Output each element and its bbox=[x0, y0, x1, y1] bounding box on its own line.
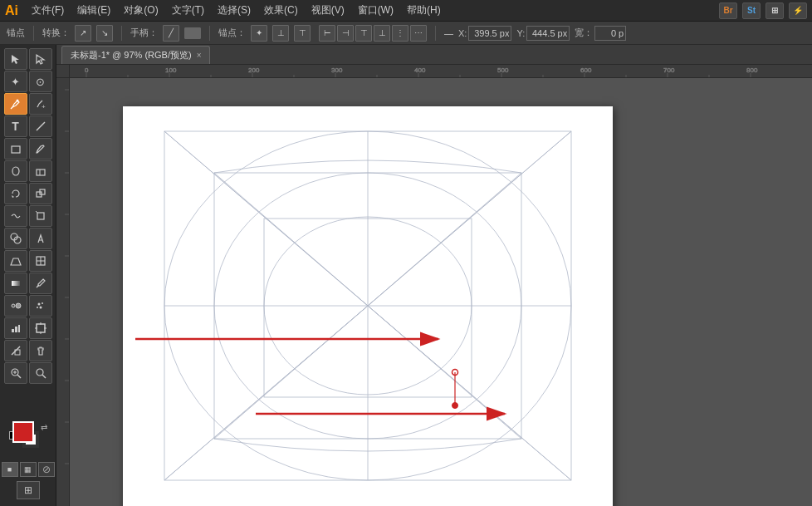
scale-tool[interactable] bbox=[29, 183, 52, 204]
width-input[interactable] bbox=[594, 26, 626, 41]
convert-btn-2[interactable]: ↘ bbox=[96, 25, 113, 42]
search-icon[interactable]: ⚡ bbox=[789, 2, 807, 19]
zoom-tool[interactable] bbox=[4, 362, 27, 384]
svg-point-6 bbox=[12, 167, 19, 175]
handle-btn-1[interactable]: ╱ bbox=[163, 25, 179, 42]
paintbrush-tool[interactable] bbox=[29, 138, 52, 160]
workspace-icon[interactable]: ⊞ bbox=[766, 2, 784, 19]
canvas-tab-1[interactable]: 未标题-1* @ 97% (RGB/预览) × bbox=[61, 46, 210, 64]
line-tool[interactable] bbox=[29, 115, 52, 137]
fill-color-swatch[interactable] bbox=[12, 421, 34, 443]
right-icons: Br St ⊞ ⚡ bbox=[719, 2, 807, 19]
tab-bar: 未标题-1* @ 97% (RGB/预览) × bbox=[56, 45, 812, 65]
svg-text:600: 600 bbox=[580, 66, 592, 74]
handle-square[interactable] bbox=[184, 27, 201, 39]
zoom-out-tool[interactable] bbox=[29, 362, 52, 384]
slice-tool[interactable] bbox=[4, 340, 27, 361]
artboard-tool[interactable] bbox=[29, 317, 52, 339]
eyedropper-tool[interactable] bbox=[29, 273, 52, 294]
menu-text[interactable]: 文字(T) bbox=[167, 2, 209, 19]
lasso-tool[interactable]: ⊙ bbox=[29, 71, 52, 92]
canvas-tab-close[interactable]: × bbox=[197, 51, 202, 60]
anchor-btn-2[interactable]: ⊥ bbox=[272, 25, 289, 42]
blob-brush-tool[interactable] bbox=[4, 160, 27, 182]
shape-builder-tool[interactable] bbox=[4, 228, 27, 249]
live-paint-tool[interactable] bbox=[29, 228, 52, 249]
separator-4 bbox=[435, 26, 436, 41]
align-btn-2[interactable]: ⊣ bbox=[337, 25, 354, 42]
menu-effect[interactable]: 效果(C) bbox=[259, 2, 303, 19]
svg-text:0: 0 bbox=[85, 66, 89, 74]
y-input[interactable] bbox=[526, 26, 570, 41]
blend-tool[interactable] bbox=[4, 295, 27, 317]
color-mode-solid[interactable]: ■ bbox=[2, 462, 18, 477]
menu-view[interactable]: 视图(V) bbox=[306, 2, 350, 19]
x-input[interactable] bbox=[468, 26, 511, 41]
svg-line-44 bbox=[42, 375, 46, 378]
add-anchor-tool[interactable]: + bbox=[29, 93, 52, 115]
artboard bbox=[123, 106, 613, 506]
freetransform-tool[interactable] bbox=[29, 205, 52, 227]
menu-edit[interactable]: 编辑(E) bbox=[72, 2, 115, 19]
select-tool[interactable] bbox=[4, 48, 27, 70]
column-graph-tool[interactable] bbox=[4, 317, 27, 339]
direct-select-tool[interactable] bbox=[29, 48, 52, 70]
bridge-icon[interactable]: Br bbox=[719, 2, 737, 19]
eraser-tool[interactable] bbox=[29, 160, 52, 182]
anchor2-label: 锚点： bbox=[218, 27, 246, 39]
svg-rect-30 bbox=[15, 327, 17, 332]
anchor-btn-1[interactable]: ✦ bbox=[251, 25, 267, 42]
svg-rect-12 bbox=[37, 213, 44, 219]
mesh-tool[interactable] bbox=[29, 250, 52, 272]
rect-tool[interactable] bbox=[4, 138, 27, 160]
screen-mode-btn[interactable]: ⊞ bbox=[17, 481, 40, 499]
convert-label: 转换： bbox=[42, 27, 70, 39]
svg-point-43 bbox=[37, 369, 43, 376]
menu-help[interactable]: 帮助(H) bbox=[402, 2, 446, 19]
perspective-tool[interactable] bbox=[4, 250, 27, 272]
swap-colors-icon[interactable]: ⇄ bbox=[41, 423, 47, 432]
canvas-scroll[interactable]: 0 100 200 300 400 500 600 bbox=[56, 65, 812, 506]
color-area: ⇄ ■ ▦ ⊘ ⊞ bbox=[2, 413, 55, 503]
align-btn-4[interactable]: ⊥ bbox=[374, 25, 390, 42]
align-btn-3[interactable]: ⊤ bbox=[355, 25, 372, 42]
stock-icon[interactable]: St bbox=[742, 2, 761, 19]
separator-1 bbox=[33, 26, 34, 41]
tool-row-6 bbox=[4, 160, 52, 182]
svg-text:400: 400 bbox=[414, 66, 426, 74]
pen-tool[interactable] bbox=[4, 93, 27, 115]
symbol-sprayer-tool[interactable] bbox=[29, 295, 52, 317]
ruler-horizontal: 0 100 200 300 400 500 600 bbox=[70, 65, 812, 78]
svg-rect-45 bbox=[70, 65, 812, 78]
svg-rect-29 bbox=[12, 329, 14, 332]
svg-text:300: 300 bbox=[331, 66, 343, 74]
type-tool[interactable]: T bbox=[4, 115, 27, 137]
magic-wand-tool[interactable]: ✦ bbox=[4, 71, 27, 92]
svg-line-40 bbox=[17, 375, 21, 378]
svg-text:200: 200 bbox=[248, 66, 260, 74]
app-logo: Ai bbox=[5, 3, 18, 18]
menu-object[interactable]: 对象(O) bbox=[119, 2, 163, 19]
svg-line-98 bbox=[368, 306, 571, 480]
align-btn-1[interactable]: ⊢ bbox=[319, 25, 335, 42]
svg-point-26 bbox=[42, 302, 43, 304]
gradient-tool[interactable] bbox=[4, 273, 27, 294]
align-btn-5[interactable]: ⋮ bbox=[392, 25, 408, 42]
menu-file[interactable]: 文件(F) bbox=[27, 2, 69, 19]
convert-btn-1[interactable]: ↗ bbox=[75, 25, 91, 42]
menu-select[interactable]: 选择(S) bbox=[213, 2, 256, 19]
color-mode-gradient[interactable]: ▦ bbox=[20, 462, 37, 477]
svg-point-23 bbox=[12, 304, 15, 307]
rotate-tool[interactable] bbox=[4, 183, 27, 204]
tool-row-13 bbox=[4, 317, 52, 339]
color-mode-none[interactable]: ⊘ bbox=[38, 462, 55, 477]
warp-tool[interactable] bbox=[4, 205, 27, 227]
hand-tool[interactable] bbox=[29, 340, 52, 361]
svg-point-27 bbox=[39, 307, 42, 309]
menu-window[interactable]: 窗口(W) bbox=[353, 2, 399, 19]
tool-row-9 bbox=[4, 228, 52, 249]
anchor-btn-3[interactable]: ⊤ bbox=[294, 25, 311, 42]
align-btn-6[interactable]: ⋯ bbox=[410, 25, 427, 42]
svg-rect-7 bbox=[37, 169, 45, 175]
tool-row-11 bbox=[4, 273, 52, 294]
